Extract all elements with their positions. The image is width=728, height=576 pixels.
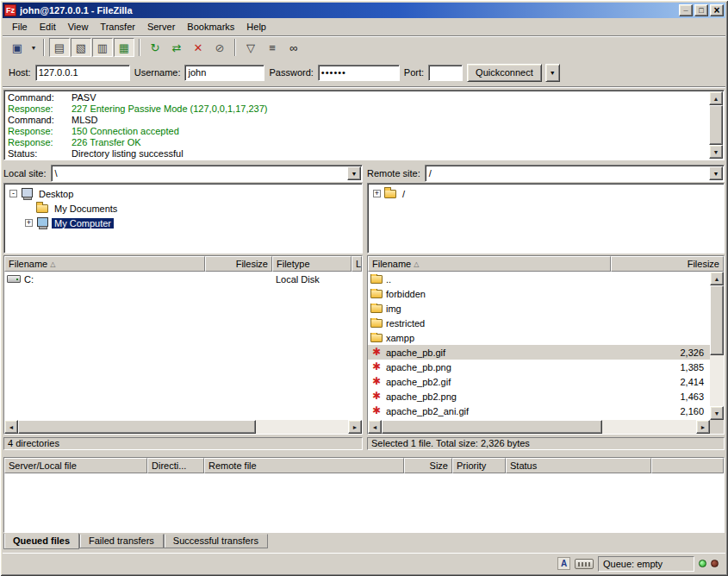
scrollbar-thumb[interactable] [382,420,602,434]
file-row[interactable]: C: Local Disk [4,272,362,286]
local-site-combo[interactable]: \ ▼ [51,165,363,182]
remote-vscrollbar[interactable]: ▲ ▼ [710,272,724,420]
menu-help[interactable]: Help [240,20,272,34]
image-file-icon: ✱ [370,362,383,372]
file-row[interactable]: ✱apache_pb2_ani.gif 2,160 [368,404,710,418]
scroll-right-icon[interactable]: ► [348,420,362,434]
collapse-icon[interactable]: - [9,190,17,197]
menu-server[interactable]: Server [141,20,181,34]
file-row[interactable]: .. [368,272,710,286]
file-name: apache_pb2_ani.gif [386,406,469,416]
local-hscrollbar[interactable]: ◄ ► [4,420,362,434]
toggle-remote-tree-icon[interactable]: ▥ [92,38,113,57]
tree-item-my-documents[interactable]: My Documents [6,201,360,216]
tree-item-root[interactable]: + / [370,186,722,201]
process-queue-icon[interactable]: ⇄ [166,38,187,57]
tab-successful-transfers[interactable]: Successful transfers [164,534,268,548]
log-scrollbar[interactable]: ▲ ▼ [709,91,723,159]
scroll-left-icon[interactable]: ◄ [4,420,18,434]
file-row[interactable]: ✱apache_pb2.gif 2,414 [368,374,710,389]
arrow-right-icon: ► [352,424,358,430]
remote-site-combo[interactable]: / ▼ [425,165,725,182]
column-last-modified[interactable]: L [352,256,362,272]
file-size: 1,385 [611,362,708,373]
column-filename[interactable]: Filename△ [4,256,205,272]
toggle-message-log-icon[interactable]: ▤ [49,38,70,57]
scrollbar-thumb[interactable] [710,285,724,355]
compare-icon[interactable]: ≡ [262,38,283,57]
scroll-down-icon[interactable]: ▼ [710,406,724,420]
menu-view[interactable]: View [62,20,95,34]
menu-bookmarks[interactable]: Bookmarks [181,20,240,34]
column-remote-file[interactable]: Remote file [204,458,404,473]
column-filename[interactable]: Filename△ [368,256,611,272]
file-row[interactable]: forbidden [368,286,710,301]
scrollbar-track[interactable] [382,420,696,434]
scrollbar-track[interactable] [710,285,724,406]
file-row[interactable]: img [368,301,710,316]
file-row[interactable]: ✱apache_pb2.png 1,463 [368,389,710,404]
transfer-type-icon[interactable]: A [557,557,570,570]
menu-file[interactable]: File [6,20,34,34]
scrollbar-track[interactable] [709,105,723,145]
close-button[interactable]: × [710,4,724,16]
column-server-local-file[interactable]: Server/Local file [4,458,147,473]
find-icon[interactable]: ∞ [283,38,304,57]
username-input[interactable]: john [184,65,264,81]
filter-icon[interactable]: ▽ [240,38,261,57]
minimize-button[interactable]: _ [679,4,693,16]
local-site-dropdown-icon[interactable]: ▼ [347,166,361,180]
scroll-up-icon[interactable]: ▲ [709,91,723,105]
scroll-right-icon[interactable]: ► [696,420,710,434]
scroll-left-icon[interactable]: ◄ [368,420,382,434]
tab-failed-transfers[interactable]: Failed transfers [79,534,164,548]
disconnect-glyph: ⊘ [215,42,225,53]
titlebar[interactable]: Fz john@127.0.0.1 - FileZilla _ □ × [3,3,725,18]
keyboard-icon[interactable] [575,559,594,569]
column-filesize[interactable]: Filesize [205,256,272,272]
cancel-icon[interactable]: ✕ [188,38,208,57]
password-input[interactable]: •••••• [318,65,400,81]
local-site-value: \ [55,168,58,178]
file-row[interactable]: ✱apache_pb.png 1,385 [368,360,710,374]
chevron-down-icon: ▼ [713,171,719,177]
column-status[interactable]: Status [506,458,651,473]
host-input[interactable]: 127.0.0.1 [35,65,130,81]
column-priority[interactable]: Priority [452,458,506,473]
site-manager-dropdown-icon[interactable]: ▼ [28,38,39,57]
toggle-local-tree-icon[interactable]: ▧ [71,38,91,57]
folder-icon [370,319,383,328]
toggle-queue-icon[interactable]: ▦ [114,38,134,57]
file-row[interactable]: xampp [368,330,710,345]
column-direction[interactable]: Directi... [147,458,204,473]
maximize-button[interactable]: □ [694,4,708,16]
chevron-down-icon: ▼ [31,45,37,51]
quickconnect-dropdown-icon[interactable]: ▼ [545,64,560,82]
quickconnect-button[interactable]: Quickconnect [467,64,542,82]
file-row-selected[interactable]: ✱apache_pb.gif 2,326 [368,345,710,360]
tab-queued-files[interactable]: Queued files [3,533,79,549]
scroll-down-icon[interactable]: ▼ [709,145,723,159]
remote-site-dropdown-icon[interactable]: ▼ [709,166,723,180]
column-filetype[interactable]: Filetype [272,256,352,272]
port-input[interactable] [428,65,463,81]
refresh-icon[interactable]: ↻ [145,38,165,57]
column-size[interactable]: Size [404,458,452,473]
disconnect-icon[interactable]: ⊘ [209,38,230,57]
expand-icon[interactable]: + [25,219,33,227]
remote-hscrollbar[interactable]: ◄ ► [368,420,724,434]
queue-list[interactable] [4,473,724,532]
scrollbar-track[interactable] [18,420,348,434]
column-filesize[interactable]: Filesize [611,256,724,272]
expand-icon[interactable]: + [373,190,381,197]
tree-item-desktop[interactable]: - Desktop [6,186,360,201]
file-row[interactable]: restricted [368,316,710,330]
site-manager-icon[interactable]: ▣ [7,38,28,57]
menu-edit[interactable]: Edit [34,20,62,34]
tree-item-my-computer[interactable]: + My Computer [6,216,360,230]
scrollbar-thumb[interactable] [18,420,256,434]
menu-transfer[interactable]: Transfer [94,20,141,34]
scrollbar-thumb[interactable] [709,105,723,145]
host-label: Host: [9,67,31,78]
scroll-up-icon[interactable]: ▲ [710,272,724,285]
